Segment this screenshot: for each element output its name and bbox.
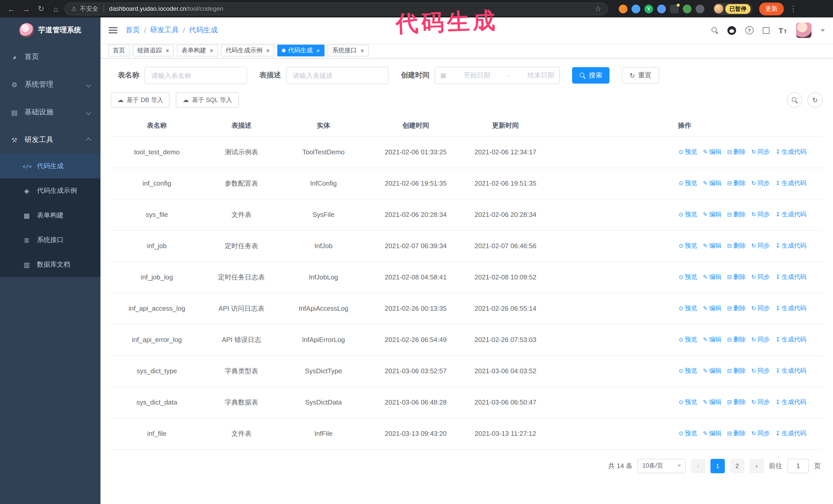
extension-drop-icon[interactable] [632, 4, 640, 13]
preview-link[interactable]: ⊙预览 [679, 335, 697, 344]
tab[interactable]: 首页 [108, 45, 130, 56]
extension-dark-icon[interactable] [670, 4, 679, 13]
sidebar-item-db-doc[interactable]: ▥ 数据库文档 [0, 252, 100, 277]
hamburger-icon[interactable] [109, 27, 117, 33]
browser-profile-chip[interactable]: 已暂停 [713, 3, 753, 15]
breadcrumb-home[interactable]: 首页 [125, 26, 140, 35]
breadcrumb-devtools[interactable]: 研发工具 [150, 26, 179, 35]
edit-link[interactable]: ✎编辑 [703, 210, 721, 219]
delete-link[interactable]: ⊟删除 [727, 335, 745, 344]
tab[interactable]: 代码生成示例 × [221, 45, 274, 56]
sidebar-item-devtools[interactable]: ⚒ 研发工具 [0, 126, 100, 154]
generate-code-link[interactable]: ↧生成代码 [776, 148, 806, 157]
sync-link[interactable]: ↻同步 [751, 273, 770, 282]
tab[interactable]: 链路追踪 × [133, 45, 174, 56]
preview-link[interactable]: ⊙预览 [679, 367, 697, 375]
delete-link[interactable]: ⊟删除 [727, 429, 745, 438]
generate-code-link[interactable]: ↧生成代码 [776, 179, 806, 188]
edit-link[interactable]: ✎编辑 [703, 398, 721, 407]
github-icon[interactable] [727, 26, 736, 34]
prev-page-button[interactable]: ‹ [691, 459, 705, 473]
delete-link[interactable]: ⊟删除 [727, 148, 745, 157]
edit-link[interactable]: ✎编辑 [703, 429, 721, 438]
sidebar-item-system[interactable]: ⚙ 系统管理 [0, 71, 100, 98]
delete-link[interactable]: ⊟删除 [727, 210, 745, 219]
reload-icon[interactable]: ↻ [35, 3, 47, 15]
edit-link[interactable]: ✎编辑 [703, 273, 721, 282]
generate-code-link[interactable]: ↧生成代码 [776, 429, 806, 438]
edit-link[interactable]: ✎编辑 [703, 304, 721, 313]
preview-link[interactable]: ⊙预览 [679, 179, 697, 188]
preview-link[interactable]: ⊙预览 [679, 210, 697, 219]
page-button-1[interactable]: 1 [711, 459, 725, 473]
user-avatar[interactable] [796, 23, 811, 38]
page-size-select[interactable]: 10条/页 [638, 459, 686, 473]
tab[interactable]: 代码生成 × [277, 45, 325, 56]
search-icon[interactable] [711, 27, 718, 33]
edit-link[interactable]: ✎编辑 [703, 148, 721, 157]
extension-leaf-icon[interactable] [683, 4, 691, 13]
generate-code-link[interactable]: ↧生成代码 [776, 210, 806, 219]
sync-link[interactable]: ↻同步 [751, 367, 770, 375]
next-page-button[interactable]: › [749, 459, 764, 473]
logo[interactable]: 芋道管理系统 [0, 18, 100, 43]
extension-people-icon[interactable] [657, 4, 666, 13]
sync-link[interactable]: ↻同步 [751, 429, 770, 438]
generate-code-link[interactable]: ↧生成代码 [776, 398, 806, 407]
search-button[interactable]: 搜索 [572, 67, 610, 83]
update-button[interactable]: 更新 [759, 2, 784, 15]
preview-link[interactable]: ⊙预览 [679, 304, 697, 313]
extension-v-icon[interactable] [644, 4, 653, 13]
page-button-2[interactable]: 2 [730, 459, 744, 473]
sidebar-item-system-api[interactable]: ≣ 系统接口 [0, 227, 100, 252]
reset-button[interactable]: ↻ 重置 [622, 67, 659, 83]
browser-menu-icon[interactable]: ⋮ [789, 4, 797, 13]
tab[interactable]: 表单构建 × [177, 45, 218, 56]
edit-link[interactable]: ✎编辑 [703, 335, 721, 344]
edit-link[interactable]: ✎编辑 [703, 367, 721, 375]
sync-link[interactable]: ↻同步 [751, 398, 770, 407]
toggle-search-button[interactable] [787, 92, 802, 108]
tab-close-icon[interactable]: × [266, 47, 270, 54]
address-bar[interactable]: ⚠ 不安全 dashboard.yudao.iocoder.cn/tool/co… [65, 2, 608, 15]
generate-code-link[interactable]: ↧生成代码 [776, 335, 806, 344]
sidebar-item-home[interactable]: ◕ 首页 [0, 43, 100, 71]
preview-link[interactable]: ⊙预览 [679, 241, 697, 250]
delete-link[interactable]: ⊟删除 [727, 241, 745, 250]
generate-code-link[interactable]: ↧生成代码 [776, 273, 806, 282]
table-desc-input[interactable] [286, 67, 388, 84]
date-range-picker[interactable]: ▦ 开始日期 - 结束日期 [435, 67, 560, 84]
table-name-input[interactable] [145, 67, 247, 84]
preview-link[interactable]: ⊙预览 [679, 429, 697, 438]
tab-close-icon[interactable]: × [166, 47, 169, 54]
import-db-button[interactable]: ☁ 基于 DB 导入 [111, 92, 170, 108]
puzzle-icon[interactable] [696, 4, 704, 13]
delete-link[interactable]: ⊟删除 [727, 273, 745, 282]
sync-link[interactable]: ↻同步 [751, 148, 770, 157]
home-icon[interactable]: ⌂ [50, 3, 62, 15]
security-label[interactable]: 不安全 [80, 4, 98, 13]
back-icon[interactable]: ← [5, 3, 18, 15]
sync-link[interactable]: ↻同步 [751, 241, 770, 250]
tab[interactable]: 系统接口 × [328, 45, 368, 56]
font-size-icon[interactable] [779, 26, 787, 34]
goto-page-input[interactable] [787, 459, 809, 473]
edit-link[interactable]: ✎编辑 [703, 241, 721, 250]
delete-link[interactable]: ⊟删除 [727, 304, 745, 313]
delete-link[interactable]: ⊟删除 [727, 367, 745, 375]
tab-close-icon[interactable]: × [210, 47, 213, 54]
preview-link[interactable]: ⊙预览 [679, 398, 697, 407]
sidebar-item-codegen-example[interactable]: ◈ 代码生成示例 [0, 178, 100, 203]
delete-link[interactable]: ⊟删除 [727, 179, 745, 188]
delete-link[interactable]: ⊟删除 [727, 398, 745, 407]
caret-down-icon[interactable] [821, 29, 825, 31]
sync-link[interactable]: ↻同步 [751, 179, 770, 188]
sync-link[interactable]: ↻同步 [751, 335, 770, 344]
sidebar-item-form-builder[interactable]: ▦ 表单构建 [0, 203, 100, 227]
preview-link[interactable]: ⊙预览 [679, 148, 697, 157]
help-icon[interactable]: ? [745, 26, 753, 34]
fullscreen-icon[interactable] [763, 27, 769, 33]
generate-code-link[interactable]: ↧生成代码 [776, 304, 806, 313]
refresh-table-button[interactable]: ↻ [807, 92, 823, 108]
preview-link[interactable]: ⊙预览 [679, 273, 697, 282]
